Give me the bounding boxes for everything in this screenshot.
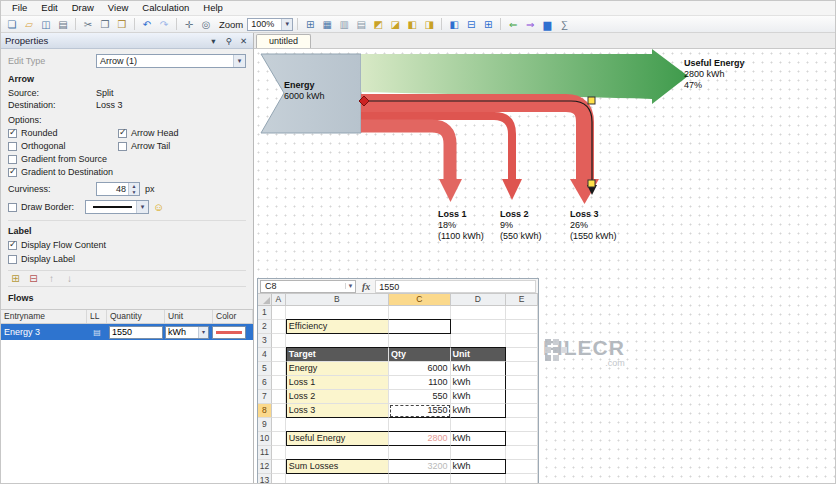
rounded-checkbox[interactable]: Rounded <box>8 128 118 138</box>
sheet-cell-E8[interactable] <box>506 404 538 418</box>
sheet-cell-B3[interactable] <box>286 334 389 348</box>
sheet-cell-E3[interactable] <box>506 334 538 348</box>
chevron-down-icon[interactable]: ▾ <box>208 36 219 46</box>
col-quantity[interactable]: Quantity <box>107 310 165 323</box>
sheet-row-header-10[interactable]: 10 <box>258 432 272 446</box>
sheet-cell-D7[interactable]: kWh <box>451 390 507 404</box>
sheet-cell-E9[interactable] <box>506 418 538 432</box>
pan-tool-icon[interactable]: ✛ <box>181 17 197 31</box>
new-document-icon[interactable]: ❏ <box>4 17 20 31</box>
redo-icon[interactable]: ↷ <box>156 17 172 31</box>
sheet-cell-B1[interactable] <box>286 306 389 320</box>
tab-untitled[interactable]: untitled <box>256 34 311 48</box>
menu-help[interactable]: Help <box>196 1 230 15</box>
checkbox-unchecked[interactable] <box>8 255 17 264</box>
sheet-cell-C13[interactable] <box>389 474 451 483</box>
sheet-col-header-E[interactable]: E <box>506 294 538 306</box>
menu-file[interactable]: File <box>5 1 34 15</box>
sheet-cell-C2[interactable] <box>389 319 451 334</box>
checkbox-checked[interactable] <box>8 129 17 138</box>
send-to-back-icon[interactable]: ◪ <box>387 17 403 31</box>
calculation-icon[interactable]: ∑ <box>556 17 572 31</box>
sheet-cell-A13[interactable] <box>272 474 286 483</box>
guides-icon[interactable]: ▥ <box>336 17 352 31</box>
sheet-cell-D11[interactable] <box>451 446 507 460</box>
snap-to-grid-icon[interactable]: ▦ <box>319 17 335 31</box>
col-entryname[interactable]: Entryname <box>1 310 87 323</box>
sheet-cell-B11[interactable] <box>286 446 389 460</box>
sheet-cell-D9[interactable] <box>451 418 507 432</box>
menu-draw[interactable]: Draw <box>65 1 101 15</box>
layout-panel-left-icon[interactable]: ◧ <box>446 17 462 31</box>
sheet-col-header-B[interactable]: B <box>286 294 389 306</box>
sheet-row-header-1[interactable]: 1 <box>258 306 272 320</box>
sheet-col-header-D[interactable]: D <box>451 294 507 306</box>
col-unit[interactable]: Unit <box>165 310 213 323</box>
checkbox-unchecked[interactable] <box>118 142 127 151</box>
arrow-head-checkbox[interactable]: Arrow Head <box>118 128 246 138</box>
sheet-cell-E13[interactable] <box>506 474 538 483</box>
sheet-cell-B2[interactable]: Efficiency <box>286 319 389 334</box>
sheet-row-header-6[interactable]: 6 <box>258 376 272 390</box>
formula-input[interactable]: 1550 <box>375 280 536 293</box>
delete-flow-icon[interactable]: ⊟ <box>27 273 40 284</box>
bring-forward-icon[interactable]: ◧ <box>404 17 420 31</box>
flow-row-selected[interactable]: Energy 3 ▤ 1550 kWh ▾ <box>1 324 253 340</box>
bring-to-front-icon[interactable]: ◩ <box>370 17 386 31</box>
sheet-cell-C4[interactable]: Qty <box>389 347 451 362</box>
sheet-cell-A3[interactable] <box>272 334 286 348</box>
sheet-cell-D2[interactable] <box>451 320 507 334</box>
menu-view[interactable]: View <box>101 1 135 15</box>
sheet-cell-A1[interactable] <box>272 306 286 320</box>
gradient-from-source-checkbox[interactable]: Gradient from Source <box>8 154 246 164</box>
show-grid-icon[interactable]: ⊞ <box>302 17 318 31</box>
sheet-cell-A2[interactable] <box>272 320 286 334</box>
sheet-cell-D13[interactable] <box>451 474 507 483</box>
diagram-canvas[interactable]: Energy 6000 kWh Useful Energy 2800 kWh 4… <box>254 49 835 483</box>
layout-panel-bottom-icon[interactable]: ⊟ <box>463 17 479 31</box>
cut-icon[interactable]: ✂ <box>80 17 96 31</box>
sheet-cell-C5[interactable]: 6000 <box>389 362 451 376</box>
pin-icon[interactable]: ⚲ <box>223 36 234 46</box>
copy-icon[interactable]: ❐ <box>97 17 113 31</box>
orthogonal-checkbox[interactable]: Orthogonal <box>8 141 118 151</box>
checkbox-checked[interactable] <box>8 168 17 177</box>
sheet-row-header-4[interactable]: 4 <box>258 348 272 362</box>
sheet-cell-D5[interactable]: kWh <box>451 362 507 376</box>
sheet-row-header-11[interactable]: 11 <box>258 446 272 460</box>
sheet-row-header-9[interactable]: 9 <box>258 418 272 432</box>
checkbox-checked[interactable] <box>8 241 17 250</box>
add-flow-icon[interactable]: ⊞ <box>9 273 22 284</box>
sheet-row-header-13[interactable]: 13 <box>258 474 272 483</box>
sheet-cell-E1[interactable] <box>506 306 538 320</box>
display-flow-content-checkbox[interactable]: Display Flow Content <box>8 240 246 250</box>
flow-color-swatch[interactable] <box>212 326 246 339</box>
sheet-cell-B6[interactable]: Loss 1 <box>286 376 389 390</box>
print-icon[interactable]: ▤ <box>55 17 71 31</box>
sheet-cell-D6[interactable]: kWh <box>451 376 507 390</box>
sheet-cell-E5[interactable] <box>506 362 538 376</box>
sheet-row-header-2[interactable]: 2 <box>258 320 272 334</box>
selection-handle-top[interactable] <box>588 97 595 104</box>
edit-type-select[interactable]: Arrow (1) ▾ <box>96 54 246 68</box>
sheet-col-header-A[interactable]: A <box>272 294 286 306</box>
rulers-icon[interactable]: ▤ <box>353 17 369 31</box>
sheet-cell-D8[interactable]: kWh <box>451 404 507 418</box>
sheet-row-header-3[interactable]: 3 <box>258 334 272 348</box>
sheet-cell-A5[interactable] <box>272 362 286 376</box>
flow-quantity-input[interactable]: 1550 <box>109 326 163 339</box>
sheet-cell-B5[interactable]: Energy <box>286 362 389 376</box>
border-style-select[interactable]: ▾ <box>85 200 149 214</box>
zoom-tool-icon[interactable]: ◎ <box>198 17 214 31</box>
sheet-row-header-12[interactable]: 12 <box>258 460 272 474</box>
curviness-input[interactable]: 48 ▲▼ <box>96 182 140 196</box>
flow-direction-left-icon[interactable]: ⇐ <box>505 17 521 31</box>
flows-empty-area[interactable] <box>1 340 253 483</box>
sheet-cell-C11[interactable] <box>389 446 451 460</box>
checkbox-unchecked[interactable] <box>8 142 17 151</box>
selection-handle-bottom[interactable] <box>588 180 595 187</box>
sheet-row-header-8[interactable]: 8 <box>258 404 272 418</box>
sheet-cell-A10[interactable] <box>272 432 286 446</box>
menu-edit[interactable]: Edit <box>34 1 64 15</box>
sheet-cell-E7[interactable] <box>506 390 538 404</box>
